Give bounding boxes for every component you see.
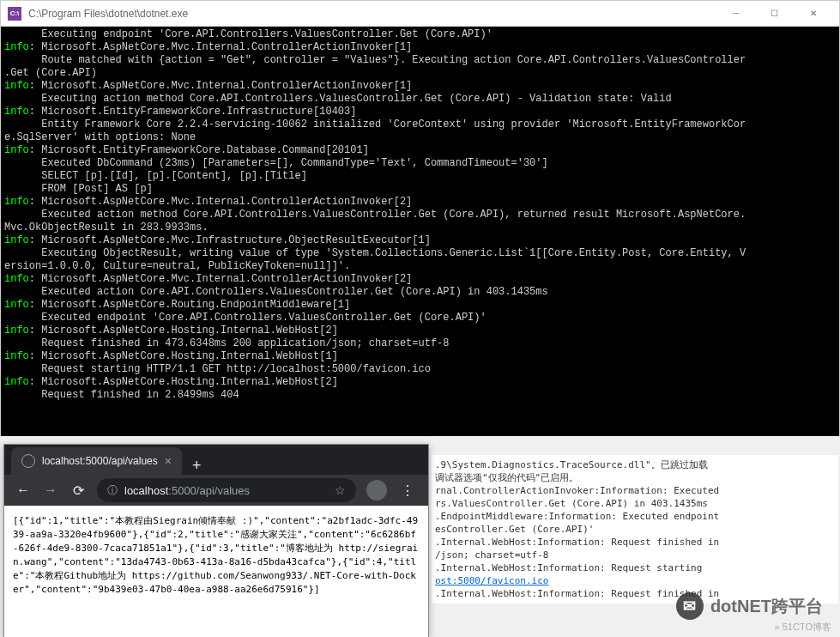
menu-button[interactable]: ⋮	[394, 482, 421, 499]
browser-toolbar: ← → ⟳ ⓘ localhost:5000/api/values ☆ ⋮	[4, 475, 428, 506]
browser-window: localhost:5000/api/values × + ← → ⟳ ⓘ lo…	[3, 444, 429, 637]
ide-line: /json; charset=utf-8	[435, 549, 835, 561]
ide-line: rnal.ControllerActionInvoker:Information…	[435, 484, 835, 497]
close-button[interactable]: ✕	[794, 2, 832, 26]
bookmark-icon[interactable]: ☆	[335, 483, 346, 497]
ide-output: .9\System.Diagnostics.TraceSource.dll"。已…	[432, 455, 838, 604]
console-line: Mvc.OkObjectResult in 283.9933ms.	[4, 221, 836, 234]
console-line: Request finished in 2.8499ms 404	[4, 389, 836, 402]
titlebar[interactable]: C:\ C:\Program Files\dotnet\dotnet.exe ─…	[1, 1, 839, 27]
page-content[interactable]: [{"id":1,"title":"本教程由Siegrain倾情奉献 :)","…	[4, 506, 428, 637]
console-line: info: Microsoft.AspNetCore.Mvc.Internal.…	[4, 196, 836, 209]
console-line: info: Microsoft.AspNetCore.Routing.Endpo…	[4, 299, 836, 312]
console-line: info: Microsoft.AspNetCore.Mvc.Internal.…	[4, 41, 836, 54]
site-info-icon[interactable]: ⓘ	[107, 483, 118, 498]
console-line: Executing action method Core.API.Control…	[4, 93, 836, 106]
ide-line: .EndpointMiddleware:Information: Execute…	[435, 510, 835, 523]
browser-tab[interactable]: localhost:5000/api/values ×	[11, 447, 182, 475]
profile-avatar[interactable]	[366, 480, 387, 500]
ide-line: ost:5000/favicon.ico	[435, 574, 835, 587]
console-line: info: Microsoft.AspNetCore.Mvc.Internal.…	[4, 273, 836, 286]
window-title: C:\Program Files\dotnet\dotnet.exe	[28, 8, 716, 20]
console-line: Request finished in 473.6348ms 200 appli…	[4, 337, 836, 350]
tab-close-icon[interactable]: ×	[158, 454, 172, 468]
tab-bar: localhost:5000/api/values × +	[4, 445, 428, 475]
console-line: Route matched with {action = "Get", cont…	[4, 54, 836, 67]
console-line: .Get (Core.API)	[4, 67, 836, 80]
reload-button[interactable]: ⟳	[66, 478, 90, 502]
console-line: ersion=1.0.0.0, Culture=neutral, PublicK…	[4, 260, 836, 273]
console-line: e.SqlServer' with options: None	[4, 131, 836, 144]
console-line: info: Microsoft.AspNetCore.Hosting.Inter…	[4, 350, 836, 363]
maximize-button[interactable]: ☐	[755, 2, 794, 26]
address-bar[interactable]: ⓘ localhost:5000/api/values ☆	[97, 478, 356, 502]
console-line: info: Microsoft.EntityFrameworkCore.Infr…	[4, 106, 836, 118]
console-line: info: Microsoft.AspNetCore.Mvc.Internal.…	[4, 80, 836, 93]
console-line: FROM [Post] AS [p]	[4, 183, 836, 196]
app-icon: C:\	[8, 7, 21, 21]
console-line: info: Microsoft.EntityFrameworkCore.Data…	[4, 144, 836, 157]
console-line: info: Microsoft.AspNetCore.Hosting.Inter…	[4, 325, 836, 337]
ide-line: 调试器选项"仅我的代码"已启用。	[435, 471, 835, 484]
watermark: ✉ dotNET跨平台	[676, 592, 823, 620]
wechat-icon: ✉	[676, 592, 704, 620]
console-line: Executing endpoint 'Core.API.Controllers…	[4, 28, 836, 41]
ide-line: .Internal.WebHost:Information: Request s…	[435, 561, 835, 574]
new-tab-button[interactable]: +	[182, 457, 212, 475]
favicon-icon	[21, 454, 35, 468]
watermark-text: dotNET跨平台	[710, 595, 823, 618]
console-output[interactable]: Executing endpoint 'Core.API.Controllers…	[1, 27, 839, 436]
ide-line: rs.ValuesController.Get (Core.API) in 40…	[435, 497, 835, 510]
tab-title: localhost:5000/api/values	[42, 455, 158, 467]
console-line: Executed action method Core.API.Controll…	[4, 209, 836, 221]
console-line: Executing ObjectResult, writing value of…	[4, 247, 836, 260]
ide-line: .9\System.Diagnostics.TraceSource.dll"。已…	[435, 458, 835, 471]
console-line: SELECT [p].[Id], [p].[Content], [p].[Tit…	[4, 170, 836, 183]
console-line: Executed DbCommand (23ms) [Parameters=[]…	[4, 157, 836, 170]
forward-button[interactable]: →	[39, 478, 63, 502]
ide-line: esController.Get (Core.API)'	[435, 523, 835, 536]
console-line: Entity Framework Core 2.2.4-servicing-10…	[4, 118, 836, 131]
watermark-source: » 51CTO博客	[775, 621, 831, 634]
back-button[interactable]: ←	[11, 478, 35, 502]
console-line: Executed action Core.API.Controllers.Val…	[4, 286, 836, 299]
console-line: info: Microsoft.AspNetCore.Hosting.Inter…	[4, 376, 836, 389]
window-controls: ─ ☐ ✕	[716, 2, 832, 26]
console-window: C:\ C:\Program Files\dotnet\dotnet.exe ─…	[0, 0, 840, 436]
console-line: Executed endpoint 'Core.API.Controllers.…	[4, 312, 836, 325]
console-line: info: Microsoft.AspNetCore.Mvc.Infrastru…	[4, 234, 836, 247]
ide-line: .Internal.WebHost:Information: Request f…	[435, 536, 835, 549]
minimize-button[interactable]: ─	[716, 2, 755, 26]
console-line: Request starting HTTP/1.1 GET http://loc…	[4, 363, 836, 376]
url-text: localhost:5000/api/values	[124, 484, 335, 497]
